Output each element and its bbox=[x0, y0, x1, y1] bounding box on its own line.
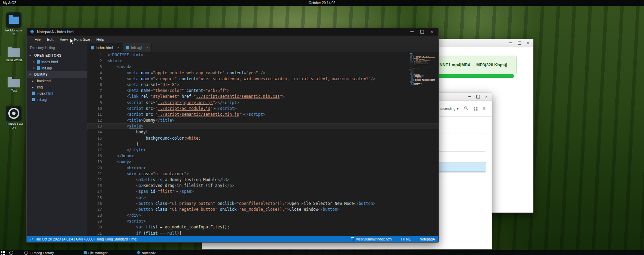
code-editor[interactable]: 1<!DOCTYPE html>2<html>3 <head>4 <meta n… bbox=[87, 52, 438, 236]
line-number: 29 bbox=[87, 218, 107, 224]
code-line-15[interactable]: 15 background-color:white; bbox=[87, 135, 438, 141]
open-editors-list: ×index.html×init.agi bbox=[27, 59, 87, 71]
line-number: 22 bbox=[87, 177, 107, 183]
code-line-17[interactable]: 17 </style> bbox=[87, 147, 438, 153]
system-menu[interactable]: My ArOZ bbox=[0, 1, 16, 5]
code-line-31[interactable]: 31 if (flist == null){ bbox=[87, 230, 438, 236]
code-line-21[interactable]: 21 <div class="ui container"> bbox=[87, 171, 438, 177]
minimize-icon[interactable] bbox=[509, 42, 512, 43]
open-editor-init.agi[interactable]: ×init.agi bbox=[27, 65, 87, 71]
close-tab-icon[interactable]: × bbox=[146, 46, 148, 49]
code-line-20[interactable]: 20 <br><br> bbox=[87, 165, 438, 171]
code-line-19[interactable]: 19 <body> bbox=[87, 159, 438, 165]
system-top-bar: My ArOZ October 20 14:02 bbox=[0, 0, 644, 6]
code-line-3[interactable]: 3 <head> bbox=[87, 64, 438, 70]
tree-item-img[interactable]: ▸img bbox=[27, 84, 87, 90]
status-language[interactable]: HTML bbox=[401, 237, 410, 241]
line-number: 11 bbox=[87, 112, 107, 117]
tab-init.agi[interactable]: init.agi× bbox=[123, 43, 152, 52]
desktop-icon-label: Hello World bbox=[4, 58, 24, 62]
code-line-30[interactable]: 30 var flist = ao_module_loadInputFiles(… bbox=[87, 224, 438, 230]
line-number: 9 bbox=[87, 100, 107, 106]
file-icon bbox=[32, 98, 35, 101]
close-icon[interactable]: × bbox=[431, 30, 433, 34]
close-icon[interactable]: × bbox=[485, 95, 487, 99]
desktop-icon-test[interactable]: Test bbox=[3, 75, 25, 93]
code-line-24[interactable]: 24 <span id="flist"></span> bbox=[87, 189, 438, 195]
minimize-icon[interactable] bbox=[468, 96, 471, 97]
code-line-10[interactable]: 10 <script src="../script/ao_module.js">… bbox=[87, 106, 438, 112]
taskbar-item-file-manager[interactable]: File Manager bbox=[84, 251, 107, 255]
code-line-26[interactable]: 26 <button class="ui primary button" onc… bbox=[87, 201, 438, 207]
status-bar: ⇄ Tue Oct 20 2020 14:01:43 GMT+0800 (Hon… bbox=[27, 236, 438, 242]
menu-item-edit[interactable]: Edit bbox=[44, 37, 57, 41]
code-line-4[interactable]: 4 <meta name="apple-mobile-web-app-capab… bbox=[87, 70, 438, 76]
code-line-16[interactable]: 16 } bbox=[87, 141, 438, 147]
system-clock: October 20 14:02 bbox=[309, 1, 335, 5]
open-editor-index.html[interactable]: ×index.html bbox=[27, 59, 87, 65]
folder-section-dummy[interactable]: ▾ DUMMY bbox=[27, 71, 87, 78]
close-icon[interactable]: × bbox=[527, 41, 529, 45]
menu-item-font-size[interactable]: Font Size bbox=[71, 37, 93, 41]
code-line-6[interactable]: 6 <meta charset="UTF-8"> bbox=[87, 82, 438, 88]
folder-icon bbox=[8, 48, 20, 57]
tree-item-init.agi[interactable]: init.agi bbox=[27, 96, 87, 103]
mouse-cursor bbox=[70, 38, 74, 46]
line-number: 18 bbox=[87, 153, 107, 159]
aroz-home-icon[interactable] bbox=[9, 251, 13, 255]
tree-item-backend[interactable]: ▸backend bbox=[27, 78, 87, 84]
app-launcher-icon[interactable] bbox=[1, 251, 5, 255]
code-line-5[interactable]: 5 <meta name="viewport" content="user-sc… bbox=[87, 76, 438, 82]
grid-view-icon[interactable] bbox=[474, 107, 477, 111]
line-number: 7 bbox=[87, 88, 107, 94]
close-icon[interactable]: × bbox=[32, 66, 35, 70]
line-number: 1 bbox=[87, 52, 107, 58]
code-line-14[interactable]: 14 body{ bbox=[87, 129, 438, 135]
open-editors-section[interactable]: ▾ OPEN EDITORS bbox=[27, 52, 87, 59]
line-number: 8 bbox=[87, 94, 107, 100]
code-line-22[interactable]: 22 <h3>This is a Dummy Testing Module</h… bbox=[87, 177, 438, 183]
taskbar-item-notepada[interactable]: NotepadA bbox=[137, 251, 156, 255]
desktop-icon-hello-world[interactable]: Hello World bbox=[3, 45, 25, 62]
code-line-27[interactable]: 27 <button class="ui negative button" on… bbox=[87, 207, 438, 212]
code-line-13[interactable]: 13 <style> bbox=[87, 123, 438, 129]
code-line-2[interactable]: 2<html> bbox=[87, 58, 438, 64]
code-line-8[interactable]: 8 <link rel="stylesheet" href="../script… bbox=[87, 94, 438, 100]
tab-index.html[interactable]: index.html× bbox=[87, 43, 123, 52]
menu-item-view[interactable]: View bbox=[57, 37, 71, 41]
close-tab-icon[interactable]: × bbox=[117, 46, 119, 49]
minimap[interactable] bbox=[409, 53, 435, 85]
code-line-7[interactable]: 7 <meta name="theme-color" content="#4b7… bbox=[87, 88, 438, 94]
folder-icon bbox=[6, 12, 21, 28]
desktop-icon-ffmpeg-factory[interactable]: FFmpeg Factory bbox=[3, 106, 25, 130]
tree-item-index.html[interactable]: index.html bbox=[27, 90, 87, 96]
chevron-down-icon: ▾ bbox=[457, 107, 458, 111]
line-number: 31 bbox=[87, 230, 107, 236]
file-manager-icon bbox=[84, 251, 87, 254]
list-view-icon[interactable]: ≡ bbox=[483, 106, 485, 111]
code-line-25[interactable]: 25 <br> bbox=[87, 195, 438, 201]
minimize-icon[interactable] bbox=[410, 31, 414, 32]
code-line-18[interactable]: 18 </head> bbox=[87, 153, 438, 159]
desktop-icon-lnk-monu-ne-m[interactable]: lnk.Monu.ne m bbox=[3, 12, 25, 36]
code-line-9[interactable]: 9 <script src="../script/jquery.min.js">… bbox=[87, 100, 438, 106]
window-title: NotepadA - index.html bbox=[37, 30, 74, 34]
code-line-11[interactable]: 11 <script src="../script/semantic/seman… bbox=[87, 112, 438, 117]
code-line-29[interactable]: 29 <script> bbox=[87, 218, 438, 224]
maximize-icon[interactable] bbox=[420, 30, 424, 34]
close-icon[interactable]: × bbox=[32, 60, 35, 64]
code-line-28[interactable]: 28 </div> bbox=[87, 212, 438, 218]
code-line-12[interactable]: 12 <title>Dummy</title> bbox=[87, 117, 438, 123]
sort-dropdown[interactable]: ascending ▾ bbox=[439, 107, 458, 111]
line-number: 19 bbox=[87, 159, 107, 165]
maximize-icon[interactable] bbox=[476, 95, 480, 98]
line-number: 10 bbox=[87, 106, 107, 112]
notepada-titlebar[interactable]: NotepadA - index.html × bbox=[27, 28, 438, 36]
search-icon[interactable] bbox=[464, 105, 468, 112]
code-line-1[interactable]: 1<!DOCTYPE html> bbox=[87, 52, 438, 58]
menu-item-file[interactable]: File bbox=[31, 37, 44, 41]
taskbar-item-ffmpeg-factory[interactable]: FFmpeg Factory bbox=[24, 251, 54, 255]
menu-item-help[interactable]: Help bbox=[93, 37, 107, 41]
maximize-icon[interactable] bbox=[518, 41, 521, 45]
code-line-23[interactable]: 23 <p>Received drag-in filelist (if any)… bbox=[87, 183, 438, 189]
